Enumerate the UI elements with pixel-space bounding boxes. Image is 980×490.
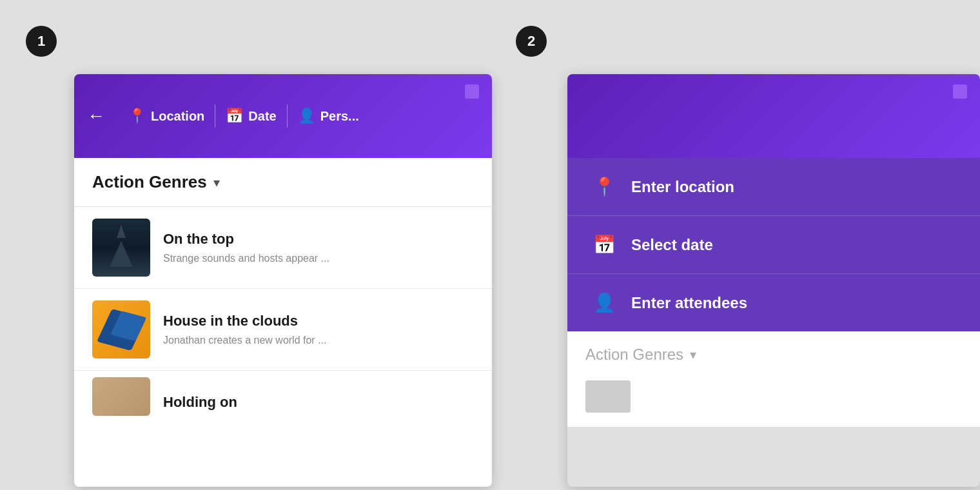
screen1-body: Action Genres ▾ On the top Strange sound… bbox=[74, 158, 492, 487]
nav-person[interactable]: 👤 Pers... bbox=[288, 108, 369, 124]
item-2-title: House in the clouds bbox=[163, 313, 474, 329]
nav-person-label: Pers... bbox=[320, 109, 359, 124]
menu-item-attendees[interactable]: 👤 Enter attendees bbox=[567, 274, 980, 331]
list-item[interactable]: House in the clouds Jonathan creates a n… bbox=[74, 289, 492, 371]
screen2-chevron-icon: ▾ bbox=[690, 347, 696, 362]
screen2-genre-title: Action Genres bbox=[585, 346, 683, 364]
step-1-label: 1 bbox=[37, 33, 45, 50]
nav-date-label: Date bbox=[248, 109, 276, 124]
menu-item-location[interactable]: 📍 Enter location bbox=[567, 158, 980, 216]
calendar-icon: 📅 bbox=[226, 108, 243, 124]
nav-location[interactable]: 📍 Location bbox=[118, 108, 215, 124]
screen2-header bbox=[567, 74, 980, 158]
menu-attendees-label: Enter attendees bbox=[631, 294, 747, 312]
nav-location-label: Location bbox=[151, 109, 204, 124]
genre-title: Action Genres bbox=[92, 172, 207, 192]
menu-location-icon: 📍 bbox=[593, 176, 616, 197]
menu-calendar-icon: 📅 bbox=[593, 234, 616, 255]
screen2-partial-list bbox=[585, 375, 962, 413]
item-1-text: On the top Strange sounds and hosts appe… bbox=[163, 231, 474, 264]
item-2-desc: Jonathan creates a new world for ... bbox=[163, 335, 474, 346]
screen2-menu: 📍 Enter location 📅 Select date 👤 Enter a… bbox=[567, 158, 980, 331]
item-3-thumbnail bbox=[92, 377, 150, 416]
person-icon: 👤 bbox=[298, 108, 315, 124]
nav-date[interactable]: 📅 Date bbox=[215, 108, 286, 124]
item-1-title: On the top bbox=[163, 231, 474, 248]
step-2-label: 2 bbox=[527, 33, 535, 50]
item-2-text: House in the clouds Jonathan creates a n… bbox=[163, 313, 474, 346]
item-1-desc: Strange sounds and hosts appear ... bbox=[163, 253, 474, 264]
menu-date-label: Select date bbox=[631, 236, 713, 254]
chevron-down-icon: ▾ bbox=[213, 175, 220, 190]
items-list: On the top Strange sounds and hosts appe… bbox=[74, 207, 492, 422]
step-2-badge: 2 bbox=[516, 26, 547, 57]
screen2-bottom: Action Genres ▾ bbox=[567, 331, 980, 427]
genre-header[interactable]: Action Genres ▾ bbox=[74, 158, 492, 207]
screen-1: ← 📍 Location 📅 Date 👤 Pers... Action Gen… bbox=[74, 74, 492, 487]
location-icon: 📍 bbox=[128, 108, 146, 124]
menu-person-icon: 👤 bbox=[593, 292, 616, 313]
item-3-text: Holding on bbox=[163, 394, 474, 416]
item-1-thumbnail bbox=[92, 219, 150, 277]
screen2-item-thumbnail bbox=[585, 380, 631, 413]
step-1-badge: 1 bbox=[26, 26, 57, 57]
list-item-partial[interactable]: Holding on bbox=[74, 371, 492, 422]
menu-item-date[interactable]: 📅 Select date bbox=[567, 216, 980, 274]
menu-location-label: Enter location bbox=[631, 178, 734, 196]
item-2-thumbnail bbox=[92, 300, 150, 358]
back-button[interactable]: ← bbox=[87, 106, 105, 126]
screen2-genre-header[interactable]: Action Genres ▾ bbox=[585, 346, 962, 364]
list-item[interactable]: On the top Strange sounds and hosts appe… bbox=[74, 207, 492, 289]
screen-2: 📍 Enter location 📅 Select date 👤 Enter a… bbox=[567, 74, 980, 487]
item-3-title: Holding on bbox=[163, 394, 474, 411]
screen1-header: ← 📍 Location 📅 Date 👤 Pers... bbox=[74, 74, 492, 158]
